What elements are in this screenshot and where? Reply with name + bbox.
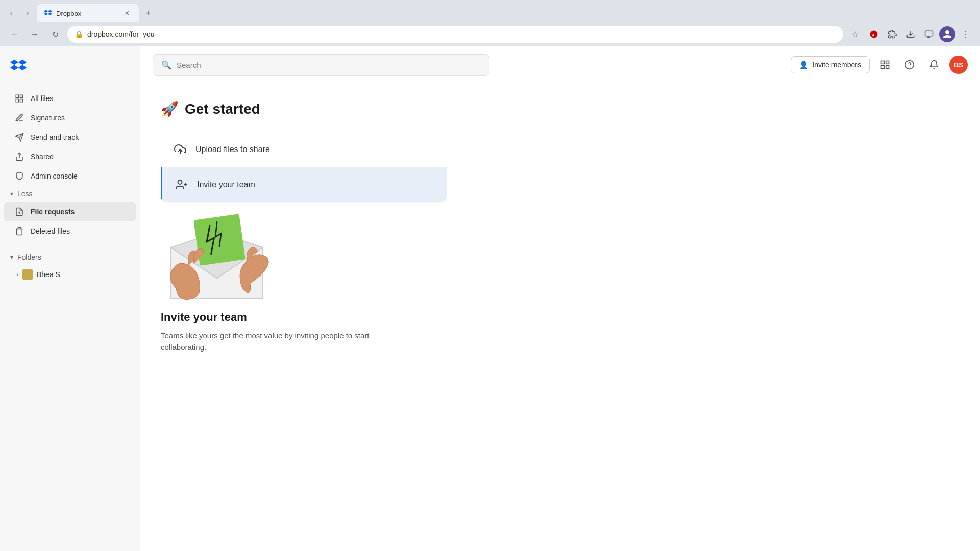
- folders-section-label: Folders: [17, 253, 41, 261]
- svg-rect-17: [881, 66, 885, 69]
- sidebar-item-deleted-files-label: Deleted files: [31, 227, 70, 235]
- main-header: 🔍 👤 Invite members BS: [140, 46, 980, 84]
- tab-bar: ‹ › Dropbox ✕ +: [0, 0, 980, 22]
- new-tab-button[interactable]: +: [141, 6, 155, 20]
- invite-section: Invite your team Teams like yours get th…: [161, 311, 960, 353]
- less-section-toggle[interactable]: ▾ Less: [0, 186, 140, 202]
- active-tab[interactable]: Dropbox ✕: [37, 4, 139, 22]
- svg-rect-16: [886, 66, 889, 69]
- folders-section-toggle[interactable]: ▾ Folders: [0, 249, 140, 265]
- pen-icon: [14, 113, 24, 123]
- upload-icon: [173, 142, 187, 157]
- sidebar-item-signatures[interactable]: Signatures: [4, 108, 136, 128]
- shield-icon: [14, 171, 24, 181]
- svg-text:μ: μ: [872, 32, 875, 37]
- reload-button[interactable]: ↻: [47, 26, 63, 42]
- invite-members-button[interactable]: 👤 Invite members: [791, 56, 870, 73]
- illustration-area: [161, 207, 960, 311]
- toolbar-actions: ☆ μ ⋮: [847, 26, 974, 42]
- grid-icon: [14, 93, 24, 104]
- grid-view-button[interactable]: [876, 56, 894, 74]
- tab-forward-nav[interactable]: ›: [20, 6, 35, 20]
- header-actions: 👤 Invite members BS: [791, 56, 968, 74]
- sidebar-item-deleted-files[interactable]: Deleted files: [4, 221, 136, 241]
- sidebar-item-send-and-track[interactable]: Send and track: [4, 128, 136, 147]
- search-bar[interactable]: 🔍: [153, 54, 489, 76]
- sidebar-item-all-files[interactable]: All files: [4, 89, 136, 108]
- svg-rect-7: [20, 99, 23, 102]
- back-button[interactable]: ←: [6, 26, 22, 42]
- app-layout: All files Signatures Send and track Shar…: [0, 46, 980, 551]
- invite-person-icon: 👤: [799, 61, 808, 69]
- svg-rect-2: [925, 31, 933, 36]
- help-button[interactable]: [900, 56, 919, 74]
- folders-chevron-icon: ▾: [10, 254, 13, 261]
- sidebar-item-shared-label: Shared: [31, 153, 54, 161]
- forward-button[interactable]: →: [27, 26, 43, 42]
- tab-title: Dropbox: [56, 10, 118, 17]
- send-icon: [14, 132, 24, 142]
- sidebar-item-file-requests[interactable]: File requests: [4, 202, 136, 221]
- search-input[interactable]: [177, 61, 481, 69]
- invite-team-card[interactable]: Invite your team: [161, 167, 447, 202]
- search-icon: 🔍: [161, 60, 172, 70]
- lock-icon: 🔒: [75, 30, 83, 38]
- main-content: 🔍 👤 Invite members BS: [140, 46, 980, 551]
- download-button[interactable]: [902, 26, 919, 42]
- page-content: 🚀 Get started Upload files to share Invi…: [140, 84, 980, 369]
- trash-icon: [14, 226, 24, 236]
- tab-back-nav[interactable]: ‹: [4, 6, 18, 20]
- sidebar-item-admin-console-label: Admin console: [31, 172, 78, 180]
- page-title: 🚀 Get started: [161, 101, 960, 117]
- extensions-button[interactable]: [884, 26, 900, 42]
- upload-files-card[interactable]: Upload files to share: [161, 132, 447, 167]
- sidebar-item-signatures-label: Signatures: [31, 114, 65, 122]
- person-add-icon: [175, 178, 189, 192]
- bookmark-button[interactable]: ☆: [847, 26, 864, 42]
- cards-container: Upload files to share Invite your team: [161, 132, 447, 203]
- svg-point-21: [178, 180, 182, 184]
- menu-button[interactable]: ⋮: [958, 26, 974, 42]
- user-avatar-button[interactable]: BS: [949, 56, 968, 74]
- sidebar-item-admin-console[interactable]: Admin console: [4, 166, 136, 186]
- tab-close-button[interactable]: ✕: [122, 9, 132, 18]
- folder-item-label: Bhea S: [37, 270, 60, 279]
- extension-ublock[interactable]: μ: [866, 26, 882, 42]
- sidebar-item-all-files-label: All files: [31, 94, 53, 103]
- sidebar-item-file-requests-label: File requests: [31, 208, 75, 216]
- folder-chevron-icon: ›: [16, 271, 18, 278]
- page-title-text: Get started: [185, 101, 260, 117]
- sidebar-item-send-and-track-label: Send and track: [31, 133, 79, 141]
- shared-icon: [14, 152, 24, 162]
- svg-rect-8: [16, 99, 18, 102]
- tab-favicon: [44, 9, 52, 17]
- tab-search-button[interactable]: [921, 26, 937, 42]
- notifications-button[interactable]: [925, 56, 943, 74]
- invite-members-label: Invite members: [812, 61, 861, 69]
- profile-button[interactable]: [939, 26, 955, 42]
- sidebar: All files Signatures Send and track Shar…: [0, 46, 140, 551]
- browser-chrome: ‹ › Dropbox ✕ + ← → ↻ 🔒 dropbox.com/for_…: [0, 0, 980, 46]
- sidebar-item-shared[interactable]: Shared: [4, 147, 136, 166]
- address-bar[interactable]: 🔒 dropbox.com/for_you: [67, 26, 843, 43]
- invite-section-title: Invite your team: [161, 311, 960, 324]
- file-request-icon: [14, 207, 24, 217]
- invite-illustration: [161, 207, 273, 309]
- rocket-icon: 🚀: [161, 101, 179, 117]
- user-initials: BS: [954, 61, 963, 69]
- svg-rect-26: [193, 214, 246, 266]
- chevron-down-icon: ▾: [10, 190, 13, 197]
- invite-team-label: Invite your team: [197, 180, 255, 189]
- upload-files-label: Upload files to share: [195, 145, 270, 154]
- svg-rect-14: [881, 61, 885, 64]
- svg-rect-15: [886, 61, 889, 64]
- address-bar-row: ← → ↻ 🔒 dropbox.com/for_you ☆ μ ⋮: [0, 22, 980, 46]
- sidebar-logo: [0, 54, 140, 89]
- svg-rect-6: [20, 95, 23, 97]
- folder-item-bhea-s[interactable]: › Bhea S: [0, 265, 140, 284]
- invite-section-description: Teams like yours get the most value by i…: [161, 330, 396, 353]
- less-label: Less: [17, 190, 33, 198]
- url-display: dropbox.com/for_you: [87, 30, 836, 38]
- svg-rect-5: [16, 95, 18, 97]
- folder-icon: [22, 269, 33, 280]
